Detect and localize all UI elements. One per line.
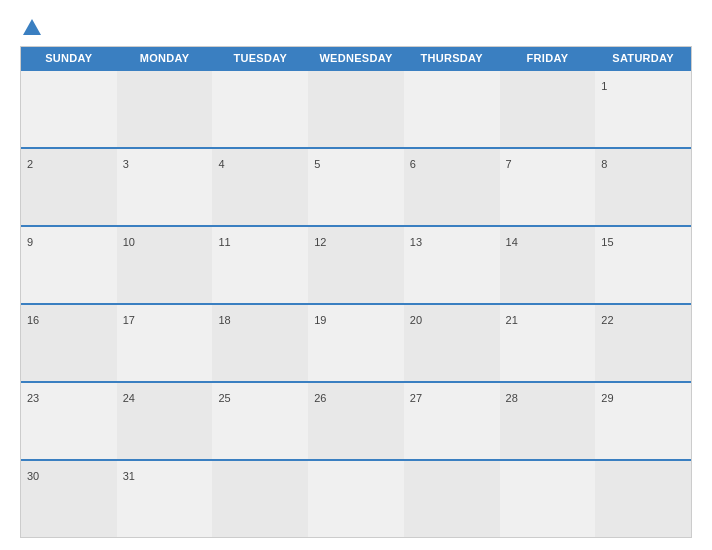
day-number: 31: [123, 470, 135, 482]
calendar-day-empty: [595, 461, 691, 537]
calendar-day-2: 2: [21, 149, 117, 225]
page-header: [20, 18, 692, 36]
calendar-day-10: 10: [117, 227, 213, 303]
calendar-day-empty: [404, 461, 500, 537]
day-number: 18: [218, 314, 230, 326]
day-number: 11: [218, 236, 230, 248]
calendar-day-6: 6: [404, 149, 500, 225]
calendar-day-21: 21: [500, 305, 596, 381]
calendar-day-18: 18: [212, 305, 308, 381]
weekday-header-monday: Monday: [117, 47, 213, 69]
logo-triangle-icon: [22, 18, 42, 36]
weekday-header-friday: Friday: [500, 47, 596, 69]
calendar-day-25: 25: [212, 383, 308, 459]
calendar-day-20: 20: [404, 305, 500, 381]
day-number: 1: [601, 80, 607, 92]
day-number: 13: [410, 236, 422, 248]
calendar-day-empty: [404, 71, 500, 147]
day-number: 20: [410, 314, 422, 326]
weekday-header-thursday: Thursday: [404, 47, 500, 69]
day-number: 6: [410, 158, 416, 170]
calendar-day-empty: [117, 71, 213, 147]
day-number: 2: [27, 158, 33, 170]
weekday-header-wednesday: Wednesday: [308, 47, 404, 69]
calendar-day-12: 12: [308, 227, 404, 303]
logo: [20, 18, 44, 36]
calendar-day-empty: [212, 461, 308, 537]
calendar-week-4: 16171819202122: [21, 303, 691, 381]
day-number: 8: [601, 158, 607, 170]
day-number: 28: [506, 392, 518, 404]
calendar-day-empty: [308, 71, 404, 147]
day-number: 21: [506, 314, 518, 326]
calendar-day-empty: [308, 461, 404, 537]
calendar-week-6: 3031: [21, 459, 691, 537]
day-number: 29: [601, 392, 613, 404]
calendar-day-31: 31: [117, 461, 213, 537]
calendar-day-28: 28: [500, 383, 596, 459]
day-number: 10: [123, 236, 135, 248]
day-number: 4: [218, 158, 224, 170]
day-number: 22: [601, 314, 613, 326]
day-number: 7: [506, 158, 512, 170]
day-number: 27: [410, 392, 422, 404]
calendar-day-5: 5: [308, 149, 404, 225]
weekday-header-saturday: Saturday: [595, 47, 691, 69]
calendar-week-5: 23242526272829: [21, 381, 691, 459]
calendar-day-27: 27: [404, 383, 500, 459]
calendar-day-16: 16: [21, 305, 117, 381]
calendar-day-1: 1: [595, 71, 691, 147]
day-number: 3: [123, 158, 129, 170]
calendar-day-17: 17: [117, 305, 213, 381]
day-number: 30: [27, 470, 39, 482]
calendar-day-empty: [500, 71, 596, 147]
calendar: SundayMondayTuesdayWednesdayThursdayFrid…: [20, 46, 692, 538]
day-number: 25: [218, 392, 230, 404]
svg-marker-0: [23, 19, 41, 35]
day-number: 12: [314, 236, 326, 248]
day-number: 14: [506, 236, 518, 248]
day-number: 15: [601, 236, 613, 248]
calendar-day-empty: [21, 71, 117, 147]
day-number: 26: [314, 392, 326, 404]
weekday-header-tuesday: Tuesday: [212, 47, 308, 69]
calendar-day-15: 15: [595, 227, 691, 303]
calendar-day-empty: [500, 461, 596, 537]
calendar-day-22: 22: [595, 305, 691, 381]
calendar-day-empty: [212, 71, 308, 147]
calendar-day-8: 8: [595, 149, 691, 225]
calendar-day-3: 3: [117, 149, 213, 225]
day-number: 9: [27, 236, 33, 248]
calendar-day-9: 9: [21, 227, 117, 303]
calendar-header: SundayMondayTuesdayWednesdayThursdayFrid…: [21, 47, 691, 69]
calendar-week-1: 1: [21, 69, 691, 147]
day-number: 19: [314, 314, 326, 326]
day-number: 24: [123, 392, 135, 404]
day-number: 16: [27, 314, 39, 326]
calendar-week-2: 2345678: [21, 147, 691, 225]
calendar-day-24: 24: [117, 383, 213, 459]
calendar-day-4: 4: [212, 149, 308, 225]
calendar-day-26: 26: [308, 383, 404, 459]
day-number: 5: [314, 158, 320, 170]
calendar-day-14: 14: [500, 227, 596, 303]
calendar-day-23: 23: [21, 383, 117, 459]
calendar-body: 1234567891011121314151617181920212223242…: [21, 69, 691, 537]
calendar-day-19: 19: [308, 305, 404, 381]
calendar-day-29: 29: [595, 383, 691, 459]
calendar-week-3: 9101112131415: [21, 225, 691, 303]
day-number: 17: [123, 314, 135, 326]
calendar-day-30: 30: [21, 461, 117, 537]
calendar-day-13: 13: [404, 227, 500, 303]
weekday-header-sunday: Sunday: [21, 47, 117, 69]
calendar-page: SundayMondayTuesdayWednesdayThursdayFrid…: [0, 0, 712, 550]
day-number: 23: [27, 392, 39, 404]
calendar-day-11: 11: [212, 227, 308, 303]
calendar-day-7: 7: [500, 149, 596, 225]
